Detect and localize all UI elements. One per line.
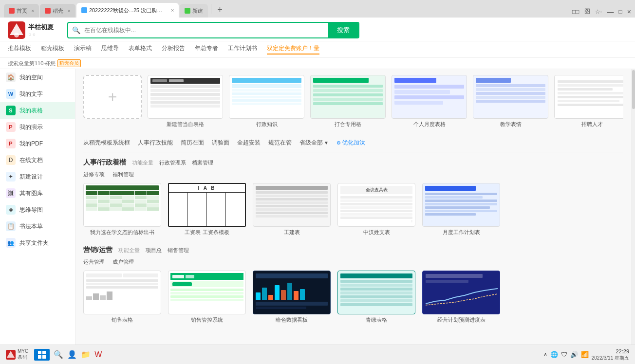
section-hr-more[interactable]: 功能全量 [132, 159, 153, 166]
sidebar-item-mypdf[interactable]: P 我的PDF [0, 135, 75, 152]
filter-survey[interactable]: 调验面 [212, 139, 229, 147]
nav-tab-special[interactable]: 双定定免费账户！量 [267, 44, 319, 55]
template-forecast[interactable]: 经营计划预测进度表 [422, 271, 500, 324]
search-button[interactable]: 搜索 [328, 22, 358, 38]
sidebar-item-design[interactable]: ✦ 新建设计 [0, 168, 75, 185]
nav-tab-mindmap[interactable]: 思维导 [101, 44, 119, 55]
filter-optimize[interactable]: ⚙优化加汰 [336, 139, 365, 147]
tab-new-doc[interactable]: 新建 [180, 4, 208, 18]
scrollbar-track[interactable] [631, 69, 635, 345]
create-plus-icon: + [108, 88, 117, 106]
tray-sound[interactable]: 🔊 [570, 351, 578, 358]
tab-home[interactable]: 首页 × [4, 4, 39, 18]
subtag-welfare[interactable]: 福利管理 [112, 171, 134, 178]
filter-all-dropdown[interactable]: 省级全部 ▼ [299, 139, 329, 147]
taskbar-user-icon[interactable]: 👤 [67, 350, 77, 359]
filter-origin[interactable]: 从稻壳模板系统框 [83, 139, 130, 147]
clock-display[interactable]: 22:29 2022/3/11 星期五 [592, 348, 629, 361]
taskbar-browser-icon[interactable]: W [94, 350, 102, 359]
sales-templates-row: 销售表格 [83, 271, 623, 324]
template-card-hr[interactable]: 新建管当自表格 [148, 75, 223, 128]
tray-arrow[interactable]: ∧ [543, 351, 547, 358]
template-lab-label: 工资表 工资条模板 [185, 229, 229, 236]
nav-tab-workplan[interactable]: 工作计划书 [228, 44, 257, 55]
sidebar-item-calligraphy[interactable]: 📋 书法本草 [0, 218, 75, 235]
tag-project[interactable]: 项目总 [146, 247, 162, 254]
thumb-dark-dashboard [253, 271, 331, 314]
nav-tab-recommend[interactable]: 推荐模板 [8, 44, 31, 55]
tab-doku-label: 稻壳 [53, 7, 63, 15]
sidebar-item-mindmap[interactable]: ◈ 思维导图 [0, 201, 75, 218]
ctrl-minimize[interactable]: — [607, 8, 614, 16]
template-card-monthly-label: 打合专用格 [335, 121, 361, 128]
sidebar-item-myword[interactable]: W 我的文字 [0, 86, 75, 102]
subtag-ops[interactable]: 运营管理 [83, 258, 105, 266]
search-input[interactable] [84, 27, 328, 34]
nav-tab-doku[interactable]: 稻壳模板 [41, 44, 64, 55]
vip-badge[interactable]: 稻壳会员 [57, 59, 81, 67]
sidebar-item-myspace[interactable]: 🏠 我的空间 [0, 69, 75, 86]
template-dark-dashboard[interactable]: 暗色数据看板 [253, 271, 331, 324]
sidebar-item-myppt[interactable]: P 我的演示 [0, 119, 75, 135]
nav-tab-annual[interactable]: 年总专者 [195, 44, 218, 55]
template-attendance[interactable]: 工建表 [253, 183, 331, 236]
windows-start-btn[interactable] [34, 349, 50, 361]
template-work-report[interactable]: 月度工作计划表 [422, 183, 500, 236]
sidebar-item-gallery[interactable]: 🖼 其有图库 [0, 185, 75, 201]
filter-install[interactable]: 全超安装 [237, 139, 261, 147]
tab-home-close[interactable]: × [31, 8, 34, 14]
template-dark-dashboard-label: 暗色数据看板 [276, 316, 308, 324]
tab-active-close[interactable]: × [171, 7, 174, 13]
subtag-training[interactable]: 进修专项 [83, 171, 105, 178]
tag-archive[interactable]: 档案管理 [192, 159, 213, 166]
tray-network[interactable]: 🌐 [550, 351, 558, 358]
scrollbar-thumb[interactable] [632, 70, 635, 109]
nav-tab-form[interactable]: 表单格式 [129, 44, 152, 55]
filter-result[interactable]: 简历在面 [181, 139, 204, 147]
tab-active[interactable]: 20222222秋後公...25 没已购买考出出 × [76, 3, 179, 18]
ctrl-close[interactable]: × [627, 8, 631, 16]
template-lab[interactable]: I A B 工资表 工资条模板 [168, 183, 246, 236]
sidebar-item-onlinedoc[interactable]: D 在线文档 [0, 152, 75, 168]
filter-standard[interactable]: 规范在管 [268, 139, 292, 147]
template-teal-sheet[interactable]: 青绿表格 [337, 271, 415, 324]
template-card-recruit[interactable]: 招聘人才 [554, 75, 623, 128]
tag-salesmgmt[interactable]: 销售管理 [168, 247, 189, 254]
nav-tab-presentation[interactable]: 演示稿 [74, 44, 92, 55]
svg-rect-8 [42, 355, 46, 359]
template-card-monthly[interactable]: 打合专用格 [310, 75, 386, 128]
template-sales-form[interactable]: 销售表格 [83, 271, 161, 324]
thumb-sales [229, 75, 304, 119]
ctrl-star[interactable]: ☆- [595, 8, 602, 15]
template-forecast-label: 经营计划预测进度表 [437, 316, 486, 324]
section-hr-title: 人事/行政着楷 [83, 158, 126, 167]
template-card-sales[interactable]: 行政知识 [229, 75, 304, 128]
subtag-customer[interactable]: 成户管理 [112, 258, 134, 266]
tray-shield[interactable]: 🛡 [561, 351, 567, 358]
template-attendance-label: 工建表 [284, 229, 300, 236]
ctrl-screenshot[interactable]: 图 [584, 7, 590, 16]
tab-doku[interactable]: 稻壳 × [40, 4, 75, 18]
taskbar-search-icon[interactable]: 🔍 [54, 350, 63, 359]
ctrl-maximize[interactable]: □ [619, 8, 622, 15]
tab-doku-close[interactable]: × [67, 8, 70, 14]
filter-hrskill[interactable]: 人事行政技能 [138, 139, 173, 147]
template-meeting[interactable]: 会议查具表 中汉姓 [337, 183, 415, 236]
template-card-math2[interactable]: 教学表情 [473, 75, 548, 128]
taskbar-folder-icon[interactable]: 📁 [81, 350, 91, 359]
nav-tab-analysis[interactable]: 分析报告 [162, 44, 185, 55]
new-tab-button[interactable]: + [214, 3, 225, 17]
tag-admin[interactable]: 行政管理系 [159, 159, 186, 166]
thumb-teal-sheet [337, 271, 415, 314]
template-card-math[interactable]: 个人月度表格 [392, 75, 467, 128]
template-student[interactable]: 我力选在学文态的信标出书 [83, 183, 161, 236]
template-crm[interactable]: 销售管控系统 [168, 271, 246, 324]
section-sales-more[interactable]: 功能全量 [118, 247, 140, 254]
create-new-btn[interactable]: + [83, 75, 142, 119]
sidebar-item-myword-label: 我的文字 [19, 90, 43, 98]
sidebar-item-sharedfolder[interactable]: 👥 共享文件夹 [0, 235, 75, 251]
ctrl-multiwindow[interactable]: □□ [572, 8, 579, 15]
sidebar-item-mysheet[interactable]: S 我的表格 [0, 102, 75, 119]
thumb-math2 [473, 75, 548, 119]
tray-wifi[interactable]: 📶 [581, 351, 589, 358]
